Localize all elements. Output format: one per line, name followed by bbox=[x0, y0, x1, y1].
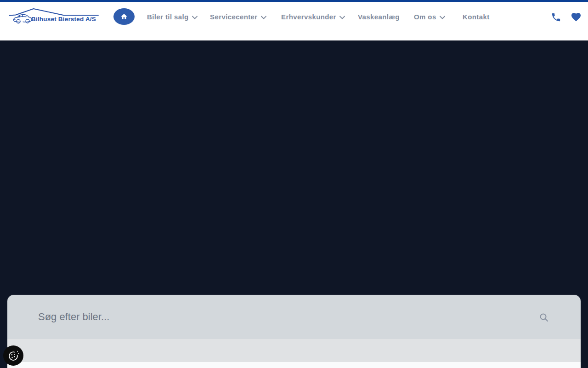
nav-item-label: Biler til salg bbox=[147, 13, 189, 21]
car-search-panel: Mærke Model Drivmiddel Type bbox=[7, 295, 581, 368]
phone-button[interactable] bbox=[550, 11, 562, 23]
nav-item-kontakt[interactable]: Kontakt bbox=[463, 13, 490, 21]
filter-type-dropdown[interactable]: Type bbox=[435, 364, 453, 368]
nav-item-vaskeanlaeg[interactable]: Vaskeanlæg bbox=[358, 13, 400, 21]
site-header: Bilhuset Biersted A/S Biler til salg Ser… bbox=[0, 2, 588, 40]
filter-maerke-dropdown[interactable]: Mærke bbox=[37, 364, 64, 368]
search-input[interactable] bbox=[7, 295, 581, 339]
filter-model-dropdown[interactable]: Model bbox=[169, 364, 193, 368]
phone-icon bbox=[551, 12, 561, 23]
chevron-down-icon bbox=[339, 16, 345, 19]
search-bar bbox=[7, 295, 581, 339]
nav-item-biler-til-salg[interactable]: Biler til salg bbox=[147, 13, 198, 21]
nav-item-label: Vaskeanlæg bbox=[358, 13, 400, 21]
search-icon bbox=[538, 312, 549, 323]
home-icon bbox=[120, 13, 128, 20]
nav-item-erhvervskunder[interactable]: Erhvervskunder bbox=[281, 13, 345, 21]
nav-item-label: Erhvervskunder bbox=[281, 13, 336, 21]
chevron-down-icon bbox=[192, 16, 198, 19]
cookie-consent-button[interactable] bbox=[3, 345, 23, 366]
home-button[interactable] bbox=[113, 8, 135, 25]
filter-drivmiddel-dropdown[interactable]: Drivmiddel bbox=[301, 364, 343, 368]
nav-item-servicecenter[interactable]: Servicecenter bbox=[210, 13, 266, 21]
favorites-button[interactable] bbox=[570, 11, 582, 23]
nav-item-om-os[interactable]: Om os bbox=[414, 13, 445, 21]
nav-item-label: Servicecenter bbox=[210, 13, 258, 21]
chevron-down-icon bbox=[440, 16, 445, 19]
heart-icon bbox=[571, 12, 582, 23]
brand-logo[interactable]: Bilhuset Biersted A/S bbox=[7, 7, 99, 25]
cookie-icon bbox=[7, 350, 20, 362]
nav-item-label: Kontakt bbox=[463, 13, 490, 21]
nav-item-label: Om os bbox=[414, 13, 436, 21]
car-roof-logo-icon: Bilhuset Biersted A/S bbox=[7, 7, 99, 25]
panel-divider-strip bbox=[7, 339, 581, 362]
chevron-down-icon bbox=[261, 16, 266, 19]
brand-logo-text: Bilhuset Biersted A/S bbox=[31, 16, 96, 23]
search-button[interactable] bbox=[537, 311, 550, 324]
filters-row: Mærke Model Drivmiddel Type bbox=[7, 362, 581, 368]
